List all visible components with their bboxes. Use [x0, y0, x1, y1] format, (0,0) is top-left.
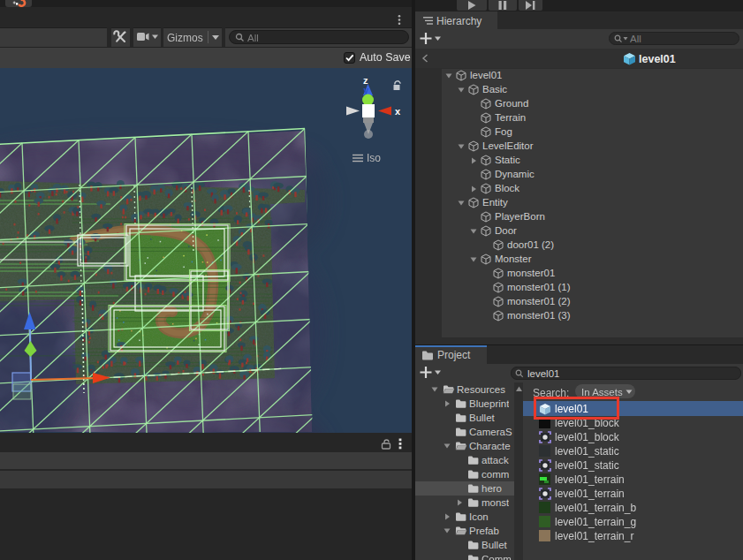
svg-text:y: y	[364, 86, 369, 95]
svg-text:z: z	[363, 75, 368, 86]
svg-text:x: x	[395, 106, 401, 117]
